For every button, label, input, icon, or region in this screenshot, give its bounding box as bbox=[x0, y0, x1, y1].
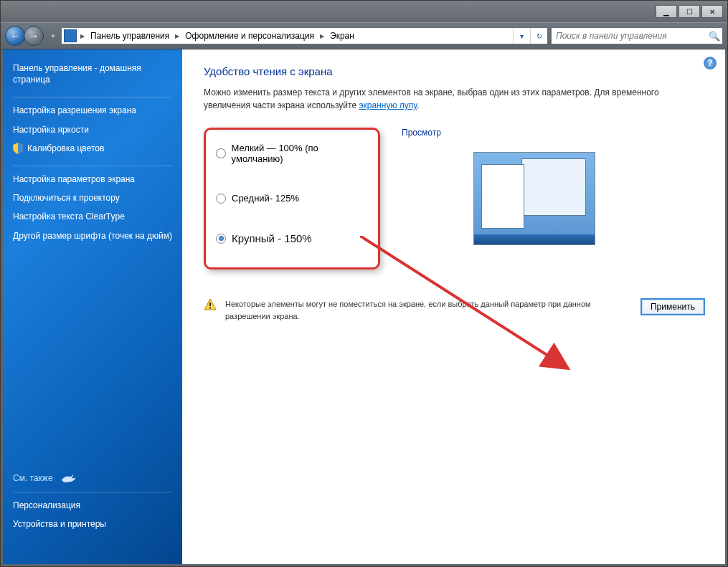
radio-label: Средний- 125% bbox=[232, 193, 299, 204]
shield-icon bbox=[13, 143, 23, 154]
main-panel: ? Удобство чтения с экрана Можно изменит… bbox=[182, 49, 725, 564]
nav-toolbar: ← → ▼ ▶ Панель управления ▶ Оформление и… bbox=[1, 22, 727, 49]
magnifier-link[interactable]: экранную лупу bbox=[359, 100, 417, 110]
help-icon[interactable]: ? bbox=[704, 57, 717, 70]
address-dropdown[interactable]: ▾ bbox=[513, 28, 530, 44]
svg-rect-1 bbox=[209, 302, 211, 306]
radio-icon bbox=[216, 148, 226, 158]
search-icon[interactable]: 🔍 bbox=[706, 31, 722, 42]
separator bbox=[13, 166, 172, 166]
see-also-label: См. также bbox=[13, 473, 53, 483]
see-also-header: См. также bbox=[13, 472, 172, 485]
radio-option-large[interactable]: Крупный - 150% bbox=[216, 232, 368, 244]
content-area: Панель управления - домашняя страница На… bbox=[1, 49, 727, 566]
svg-rect-2 bbox=[209, 308, 211, 309]
desc-text: Можно изменить размер текста и других эл… bbox=[204, 87, 659, 110]
warning-icon bbox=[204, 298, 217, 311]
refresh-icon[interactable]: ↻ bbox=[530, 28, 547, 44]
sidebar-link-resolution[interactable]: Настройка разрешения экрана bbox=[13, 105, 172, 116]
radio-option-small[interactable]: Мелкий — 100% (по умолчанию) bbox=[216, 143, 368, 164]
search-input[interactable] bbox=[552, 31, 706, 41]
desc-text: . bbox=[417, 100, 419, 110]
minimize-button[interactable]: ▁ bbox=[656, 5, 677, 18]
chevron-right-icon: ▶ bbox=[79, 33, 86, 39]
sidebar: Панель управления - домашняя страница На… bbox=[3, 49, 182, 564]
titlebar: ▁ ☐ ✕ bbox=[1, 1, 727, 22]
sidebar-link-dpi[interactable]: Другой размер шрифта (точек на дюйм) bbox=[13, 230, 172, 242]
chevron-right-icon: ▶ bbox=[318, 33, 326, 39]
radio-label: Мелкий — 100% (по умолчанию) bbox=[232, 143, 368, 164]
dove-icon bbox=[60, 472, 76, 485]
sidebar-link-label: Калибровка цветов bbox=[27, 143, 104, 154]
warning-text: Некоторые элементы могут не поместиться … bbox=[225, 298, 632, 322]
control-panel-icon bbox=[64, 29, 77, 42]
address-bar[interactable]: ▶ Панель управления ▶ Оформление и персо… bbox=[61, 27, 548, 44]
chevron-right-icon: ▶ bbox=[174, 33, 181, 39]
sidebar-link-cleartype[interactable]: Настройка текста ClearType bbox=[13, 211, 172, 222]
breadcrumb-seg[interactable]: Панель управления bbox=[86, 28, 174, 44]
separator bbox=[13, 97, 172, 97]
preview-label: Просмотр bbox=[402, 128, 705, 138]
back-button[interactable]: ← bbox=[5, 26, 25, 46]
breadcrumb-seg[interactable]: Оформление и персонализация bbox=[181, 28, 318, 44]
warning-row: Некоторые элементы могут не поместиться … bbox=[204, 298, 705, 322]
sidebar-link-brightness[interactable]: Настройка яркости bbox=[13, 124, 172, 135]
radio-label: Крупный - 150% bbox=[232, 232, 312, 244]
scale-radio-group: Мелкий — 100% (по умолчанию) Средний- 12… bbox=[204, 128, 380, 270]
breadcrumb-seg[interactable]: Экран bbox=[326, 28, 359, 44]
sidebar-link-display-settings[interactable]: Настройка параметров экрана bbox=[13, 173, 172, 185]
separator bbox=[13, 492, 172, 492]
preview-column: Просмотр bbox=[402, 128, 705, 245]
maximize-button[interactable]: ☐ bbox=[679, 5, 700, 18]
nav-history-dropdown[interactable]: ▼ bbox=[48, 27, 58, 45]
sidebar-link-calibration[interactable]: Калибровка цветов bbox=[13, 143, 172, 154]
page-description: Можно изменить размер текста и других эл… bbox=[204, 86, 705, 112]
radio-icon bbox=[216, 234, 226, 244]
search-box[interactable]: 🔍 bbox=[551, 27, 723, 44]
window: ▁ ☐ ✕ ← → ▼ ▶ Панель управления ▶ Оформл… bbox=[0, 0, 728, 567]
apply-button[interactable]: Применить bbox=[640, 298, 705, 315]
radio-icon bbox=[216, 194, 226, 204]
preview-image bbox=[473, 152, 595, 245]
sidebar-link-projector[interactable]: Подключиться к проектору bbox=[13, 192, 172, 204]
radio-option-medium[interactable]: Средний- 125% bbox=[216, 193, 368, 204]
close-button[interactable]: ✕ bbox=[701, 5, 723, 18]
sidebar-link-devices[interactable]: Устройства и принтеры bbox=[13, 518, 172, 530]
page-title: Удобство чтения с экрана bbox=[204, 65, 705, 77]
sidebar-home[interactable]: Панель управления - домашняя страница bbox=[13, 62, 172, 85]
sidebar-link-personalization[interactable]: Персонализация bbox=[13, 500, 172, 511]
forward-button[interactable]: → bbox=[24, 26, 44, 46]
